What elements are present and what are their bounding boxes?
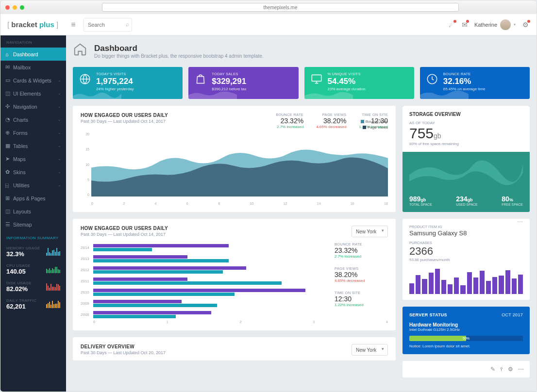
page-header: Dashboard Do bigger things with Bracket … — [73, 42, 530, 60]
chevron-down-icon: ▾ — [514, 22, 516, 27]
search-input[interactable] — [84, 18, 132, 32]
sidebar-item-mailbox[interactable]: ✉Mailbox — [0, 61, 66, 74]
chart-icon[interactable]: ⫯ — [500, 366, 503, 373]
main-content: Dashboard Do bigger things with Bracket … — [66, 35, 537, 392]
notification-icon[interactable]: ☄ — [449, 21, 455, 29]
city-select[interactable]: New York — [352, 226, 388, 237]
hbar-row: 2009 — [81, 298, 329, 309]
progress-bar: 50% — [409, 336, 523, 341]
search-icon[interactable]: ⌕ — [126, 21, 129, 28]
nav-icon: ◫ — [5, 90, 13, 97]
sidebar: NAVIGATION ⌂Dashboard✉Mailbox▭Cards & Wi… — [0, 35, 66, 392]
chevron-down-icon: ⌄ — [58, 78, 61, 82]
stat-visits[interactable]: TODAY'S VISITS1,975,22424% higher yester… — [73, 67, 183, 99]
sidebar-item-tables[interactable]: ▦Tables⌄ — [0, 139, 66, 152]
message-icon[interactable]: ✉ — [462, 21, 468, 29]
stat-sales[interactable]: TODAY SALES$329,291$390,212 before tax — [188, 67, 298, 99]
storage-metric: 80%FREE SPACE — [502, 195, 523, 206]
user-menu[interactable]: Katherine ▾ — [474, 19, 516, 30]
nav-icon: ✿ — [5, 169, 13, 175]
nav-icon: ▭ — [5, 77, 13, 83]
chevron-down-icon: ⌄ — [58, 131, 61, 135]
card-engagement-area: HOW ENGAGED OUR USERS DAILY Past 30 Days… — [73, 106, 396, 212]
chevron-down-icon: ⌄ — [58, 117, 61, 122]
browser-chrome: themepixels.me — [0, 0, 537, 14]
card-server-status: SERVER STATUSOCT 2017 Hardware Monitorin… — [403, 307, 530, 354]
mini-stat: PAGE VIEWS38.20%4.65% decreased — [335, 266, 388, 283]
sidebar-item-ui-elements[interactable]: ◫UI Elements⌄ — [0, 87, 66, 100]
sidebar-item-layouts[interactable]: ◫Layouts — [0, 205, 66, 218]
hbar-row: 2012 — [81, 264, 329, 276]
hbar-row: 2014 — [81, 242, 329, 253]
chevron-down-icon: ⌄ — [58, 157, 61, 161]
stat-unique[interactable]: % UNIQUE VISITS54.45%23% average duratio… — [304, 67, 414, 99]
storage-metric: 234gbUSED SPACE — [456, 195, 478, 206]
card-engagement-hbar: HOW ENGAGED OUR USERS DAILY Past 30 Days… — [73, 219, 396, 330]
nav-icon: ◫ — [5, 208, 13, 214]
sidebar-item-maps[interactable]: ➤Maps⌄ — [0, 152, 66, 165]
chevron-down-icon: ⌄ — [58, 170, 61, 174]
svg-rect-1 — [312, 75, 321, 81]
storage-metric: 989gbTOTAL SPACE — [409, 195, 432, 206]
sidebar-item-cards-widgets[interactable]: ▭Cards & Widgets⌄ — [0, 74, 66, 87]
info-disk-usage: DISK USAGE82.02% — [0, 278, 66, 295]
sidebar-item-charts[interactable]: ◔Charts⌄ — [0, 113, 66, 126]
sidebar-item-utilities[interactable]: ⌸Utilities⌄ — [0, 179, 66, 192]
hbar-row: 2013 — [81, 253, 329, 264]
hbar-row: 2011 — [81, 276, 329, 287]
chevron-down-icon: ⌄ — [58, 91, 61, 96]
topbar: [ bracket plus ] ≡ ⌕ ☄ ✉ Katherine ▾ ⚙ — [0, 14, 537, 35]
settings-icon[interactable]: ⚙ — [522, 21, 529, 29]
area-chart: 20151050 024681012141618 — [81, 132, 388, 205]
sidebar-item-apps-pages[interactable]: ⊞Apps & Pages — [0, 192, 66, 205]
sidebar-item-sitemap[interactable]: ☰Sitemap — [0, 218, 66, 231]
card-delivery: DELIVERY OVERVIEW Past 30 Days — Last Up… — [73, 337, 396, 360]
nav-icon: ➤ — [5, 156, 13, 162]
topbar-right: ☄ ✉ Katherine ▾ ⚙ — [449, 19, 537, 30]
nav-icon: ⊕ — [5, 130, 13, 136]
info-memory-usage: MEMORY USAGE32.3% — [0, 243, 66, 261]
chevron-down-icon: ⌄ — [58, 104, 61, 109]
stat-bounce[interactable]: BOUNCE RATE32.16%65.45% on average time — [420, 67, 530, 99]
search-input-wrap: ⌕ — [84, 18, 132, 32]
hbar-row: 2010 — [81, 287, 329, 298]
more-icon[interactable]: ⋯ — [517, 218, 523, 225]
home-icon — [73, 42, 87, 60]
mini-stat: TIME ON SITE12:301.22% increased — [335, 291, 388, 307]
nav-icon: ✉ — [5, 64, 13, 70]
nav-icon: ✣ — [5, 103, 13, 110]
menu-toggle-icon[interactable]: ≡ — [66, 20, 81, 29]
info-daily-traffic: DAILY TRAFFIC62,201 — [0, 295, 66, 313]
user-name: Katherine — [474, 22, 497, 28]
page-title: Dashboard — [94, 44, 264, 53]
sidebar-item-forms[interactable]: ⊕Forms⌄ — [0, 126, 66, 139]
nav-icon: ⌸ — [5, 182, 13, 188]
widget-footer-icons: ✎ ⫯ ⚙ ⋯ — [403, 361, 530, 377]
card-storage: STORAGE OVERVIEW AS OF TODAY 755gb 80% o… — [403, 106, 530, 212]
stat-cards-row: TODAY'S VISITS1,975,22424% higher yester… — [73, 67, 530, 99]
mini-stat: PAGE VIEWS38.20%4.65% decreased — [316, 113, 346, 129]
nav-icon: ⊞ — [5, 195, 13, 201]
sidebar-section-nav: NAVIGATION — [0, 35, 66, 48]
window-controls[interactable] — [5, 5, 24, 10]
more-icon[interactable]: ⋯ — [518, 366, 524, 373]
edit-icon[interactable]: ✎ — [490, 366, 495, 373]
delivery-city-select[interactable]: New York — [352, 344, 388, 356]
purchases-bar-chart — [409, 267, 523, 294]
nav-icon: ⌂ — [5, 51, 13, 57]
mini-stat: BOUNCE RATE23.32%2.7% increased — [276, 113, 303, 129]
page-subtitle: Do bigger things with Bracket plus, the … — [94, 53, 264, 59]
sidebar-item-navigation[interactable]: ✣Navigation⌄ — [0, 100, 66, 113]
sidebar-section-info: INFORMATION SUMMARY — [0, 231, 66, 243]
chevron-down-icon: ⌄ — [58, 183, 61, 187]
nav-icon: ☰ — [5, 221, 13, 228]
mini-stat: BOUNCE RATE23.32%2.7% increased — [335, 242, 388, 259]
card-product: PRODUCT ITEM #1 ⋯ Samsung Galaxy S8 PURC… — [403, 219, 530, 300]
sidebar-item-dashboard[interactable]: ⌂Dashboard — [0, 48, 66, 61]
brand-logo[interactable]: [ bracket plus ] — [0, 20, 66, 29]
gear-icon[interactable]: ⚙ — [508, 366, 513, 373]
sidebar-item-skins[interactable]: ✿Skins⌄ — [0, 165, 66, 179]
avatar — [500, 19, 511, 30]
address-bar[interactable]: themepixels.me — [102, 3, 459, 12]
info-cpu-usage: CPU USAGE140.05 — [0, 261, 66, 278]
